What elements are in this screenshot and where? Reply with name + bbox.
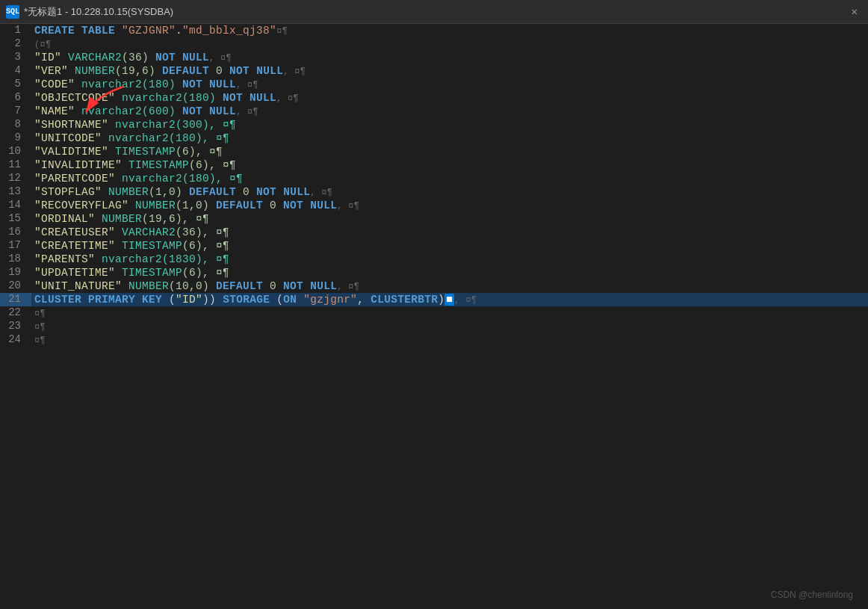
line-number: 24 [0, 333, 31, 347]
code-line-4: 4"VER" NUMBER(19,6) DEFAULT 0 NOT NULL, … [0, 64, 868, 78]
code-editor[interactable]: 1CREATE TABLE "GZJGNR"."md_bblx_qj38"¤¶2… [0, 24, 868, 609]
code-line-6: 6"OBJECTCODE" nvarchar2(180) NOT NULL, ¤… [0, 91, 868, 105]
line-number: 5 [0, 78, 31, 91]
line-number: 6 [0, 91, 31, 105]
line-number: 7 [0, 105, 31, 118]
code-line-16: 16"CREATEUSER" VARCHAR2(36), ¤¶ [0, 226, 868, 239]
code-lines: 1CREATE TABLE "GZJGNR"."md_bblx_qj38"¤¶2… [0, 24, 868, 347]
line-number: 18 [0, 253, 31, 266]
code-line-7: 7"NAME" nvarchar2(600) NOT NULL, ¤¶ [0, 105, 868, 118]
line-number: 23 [0, 320, 31, 333]
app-icon: SQL [6, 5, 19, 19]
line-number: 21 [0, 293, 31, 306]
code-line-22: 22¤¶ [0, 306, 868, 320]
code-line-13: 13"STOPFLAG" NUMBER(1,0) DEFAULT 0 NOT N… [0, 185, 868, 199]
line-number: 15 [0, 212, 31, 226]
code-line-10: 10"VALIDTIME" TIMESTAMP(6), ¤¶ [0, 145, 868, 158]
line-number: 20 [0, 279, 31, 293]
code-line-24: 24¤¶ [0, 333, 868, 347]
title-bar: SQL *无标题1 - 10.228.10.15(SYSDBA) ✕ [0, 0, 868, 24]
code-line-11: 11"INVALIDTIME" TIMESTAMP(6), ¤¶ [0, 158, 868, 172]
code-line-2: 2(¤¶ [0, 37, 868, 51]
code-line-5: 5"CODE" nvarchar2(180) NOT NULL, ¤¶ [0, 78, 868, 91]
line-number: 3 [0, 51, 31, 64]
line-number: 11 [0, 158, 31, 172]
line-number: 2 [0, 37, 31, 51]
close-button[interactable]: ✕ [847, 4, 862, 19]
code-line-8: 8"SHORTNAME" nvarchar2(300), ¤¶ [0, 118, 868, 132]
window-title: *无标题1 - 10.228.10.15(SYSDBA) [24, 5, 847, 19]
watermark: CSDN @chenlinlong [771, 590, 853, 600]
code-line-14: 14"RECOVERYFLAG" NUMBER(1,0) DEFAULT 0 N… [0, 199, 868, 212]
code-line-23: 23¤¶ [0, 320, 868, 333]
line-number: 8 [0, 118, 31, 132]
line-number: 9 [0, 132, 31, 145]
code-line-15: 15"ORDINAL" NUMBER(19,6), ¤¶ [0, 212, 868, 226]
code-line-17: 17"CREATETIME" TIMESTAMP(6), ¤¶ [0, 239, 868, 253]
line-number: 13 [0, 185, 31, 199]
code-line-1: 1CREATE TABLE "GZJGNR"."md_bblx_qj38"¤¶ [0, 24, 868, 37]
line-number: 22 [0, 306, 31, 320]
line-number: 17 [0, 239, 31, 253]
code-line-3: 3"ID" VARCHAR2(36) NOT NULL, ¤¶ [0, 51, 868, 64]
line-number: 1 [0, 24, 31, 37]
code-line-12: 12"PARENTCODE" nvarchar2(180), ¤¶ [0, 172, 868, 185]
line-number: 14 [0, 199, 31, 212]
line-number: 16 [0, 226, 31, 239]
code-line-20: 20"UNIT_NATURE" NUMBER(10,0) DEFAULT 0 N… [0, 279, 868, 293]
line-number: 12 [0, 172, 31, 185]
line-number: 19 [0, 266, 31, 279]
line-number: 10 [0, 145, 31, 158]
code-line-21: 21CLUSTER PRIMARY KEY ("ID")) STORAGE (O… [0, 293, 868, 306]
code-line-19: 19"UPDATETIME" TIMESTAMP(6), ¤¶ [0, 266, 868, 279]
code-line-18: 18"PARENTS" nvarchar2(1830), ¤¶ [0, 253, 868, 266]
code-line-9: 9"UNITCODE" nvarchar2(180), ¤¶ [0, 132, 868, 145]
line-number: 4 [0, 64, 31, 78]
